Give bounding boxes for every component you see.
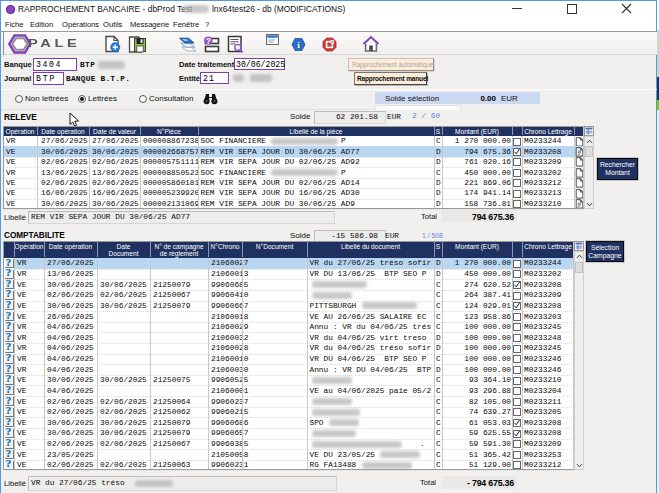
svg-text:?: ? (206, 36, 211, 46)
